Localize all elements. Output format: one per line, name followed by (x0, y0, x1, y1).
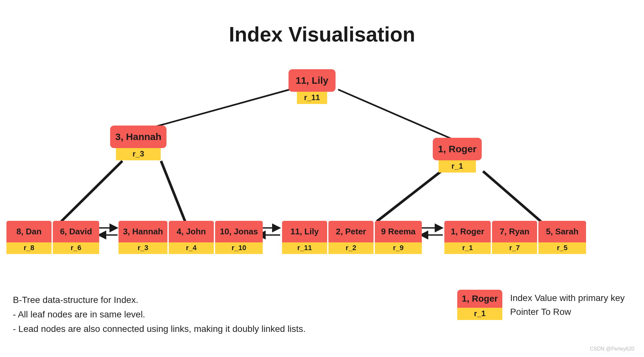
leaf-node: 10, Jonasr_10 (215, 221, 263, 254)
legend-label: Index Value with primary key (510, 291, 625, 305)
node-pointer: r_8 (6, 242, 52, 254)
leaf-node: 6, Davidr_6 (53, 221, 99, 254)
leaf-node: 2, Peterr_2 (328, 221, 374, 254)
node-pointer: r_3 (118, 242, 167, 254)
node-key: 9 Reema (375, 221, 422, 242)
node-pointer: r_1 (439, 160, 476, 173)
legend-labels: Index Value with primary key Pointer To … (510, 291, 625, 319)
svg-line-2 (61, 161, 122, 221)
node-pointer: r_4 (169, 242, 214, 254)
internal-node-right: 1, Roger r_1 (433, 138, 482, 173)
node-key: 11, Lily (282, 221, 327, 242)
leaf-node: 11, Lilyr_11 (282, 221, 327, 254)
leaf-node: 7, Ryanr_7 (492, 221, 537, 254)
node-key: 5, Sarah (538, 221, 586, 242)
node-pointer: r_5 (538, 242, 586, 254)
node-key: 8, Dan (6, 221, 52, 242)
node-key: 3, Hannah (118, 221, 167, 242)
node-pointer: r_2 (328, 242, 374, 254)
caption-line: B-Tree data-structure for Index. (13, 293, 306, 307)
node-pointer: r_11 (282, 242, 327, 254)
leaf-node: 8, Danr_8 (6, 221, 52, 254)
svg-line-5 (483, 171, 541, 221)
internal-node-left: 3, Hannah r_3 (110, 126, 166, 160)
node-pointer: r_10 (215, 242, 263, 254)
node-key: 4, John (169, 221, 214, 242)
node-key: 2, Peter (328, 221, 374, 242)
legend-key: 1, Roger (457, 290, 502, 308)
watermark: CSDN @Perley620 (590, 346, 634, 352)
node-key: 3, Hannah (110, 126, 166, 148)
node-pointer: r_6 (53, 242, 99, 254)
leaf-node: 4, Johnr_4 (169, 221, 214, 254)
node-key: 10, Jonas (215, 221, 263, 242)
legend: 1, Roger r_1 Index Value with primary ke… (457, 290, 625, 320)
legend-swatch: 1, Roger r_1 (457, 290, 502, 320)
leaf-node: 5, Sarahr_5 (538, 221, 586, 254)
leaf-node: 3, Hannahr_3 (118, 221, 167, 254)
leaf-node: 9 Reemar_9 (375, 221, 422, 254)
node-pointer: r_3 (116, 148, 161, 160)
caption: B-Tree data-structure for Index. - All l… (13, 293, 306, 336)
node-pointer: r_11 (297, 92, 327, 104)
leaf-node: 1, Rogerr_1 (444, 221, 491, 254)
caption-line: - All leaf nodes are in same level. (13, 307, 306, 322)
svg-line-3 (161, 161, 185, 221)
page-title: Index Visualisation (0, 0, 644, 46)
node-key: 1, Roger (433, 138, 482, 160)
node-key: 7, Ryan (492, 221, 537, 242)
svg-line-4 (377, 171, 441, 221)
legend-pointer: r_1 (457, 308, 502, 320)
svg-line-0 (155, 89, 290, 127)
node-pointer: r_9 (375, 242, 422, 254)
node-pointer: r_7 (492, 242, 537, 254)
node-key: 6, David (53, 221, 99, 242)
root-node: 11, Lily r_11 (289, 69, 336, 104)
caption-line: - Lead nodes are also connected using li… (13, 322, 306, 336)
node-key: 11, Lily (289, 69, 336, 92)
svg-line-1 (338, 89, 451, 138)
node-pointer: r_1 (444, 242, 491, 254)
legend-label: Pointer To Row (510, 305, 625, 319)
node-key: 1, Roger (444, 221, 491, 242)
